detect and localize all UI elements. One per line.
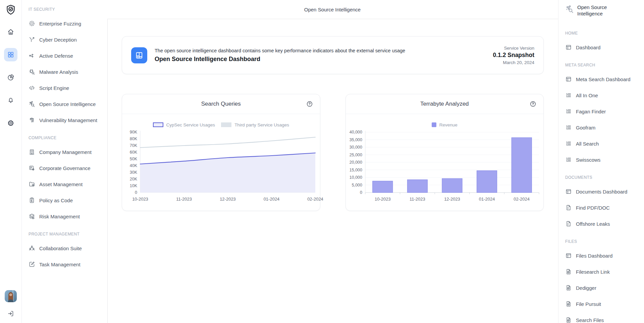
legend-item-cypsec-service-usages[interactable]: CypSec Service Usages [153, 122, 215, 127]
list-lines-icon [565, 156, 572, 163]
nav-item-malware-analysis[interactable]: Malware Analysis [29, 64, 104, 80]
section-home: HOMEDashboard [565, 31, 641, 55]
main-area: Open Source Intelligence The open source… [107, 0, 558, 323]
svg-text:60K: 60K [130, 150, 138, 155]
shield-check-logo-icon [4, 3, 17, 16]
nav-item-all-search[interactable]: All Search [565, 136, 641, 152]
nav-item-script-engine[interactable]: Script Engine [29, 80, 104, 96]
svg-text:01-2024: 01-2024 [479, 197, 495, 202]
sidebar-sections: HOMEDashboardMETA SEARCHMeta Search Dash… [565, 31, 641, 323]
section-documents: DOCUMENTSDocuments DashboardFind PDF/DOC… [565, 175, 641, 232]
svg-text:30,000: 30,000 [349, 145, 362, 150]
svg-text:0: 0 [135, 190, 137, 195]
nav-item-label: All Search [576, 141, 599, 147]
chart-title: Search Queries [201, 101, 241, 107]
network-search-icon [29, 101, 35, 107]
nav-item-documents-dashboard[interactable]: Documents Dashboard [565, 183, 641, 200]
context-sidebar: Open Source Intelligence HOMEDashboardME… [558, 0, 644, 323]
nav-item-collaboration-suite[interactable]: Collaboration Suite [29, 240, 104, 256]
nav-item-offshore-leaks[interactable]: Offshore Leaks [565, 216, 641, 232]
nav-item-risk-management[interactable]: Risk Management [29, 208, 104, 224]
layers-eye-icon [29, 213, 35, 220]
nav-item-dashboard[interactable]: Dashboard [565, 39, 641, 55]
flow-icon [29, 52, 35, 59]
section-files: FILESFiles DashboardFilesearch LinkDedig… [565, 239, 641, 323]
svg-text:20,000: 20,000 [349, 160, 362, 165]
legend-item-revenue[interactable]: Revenue [432, 122, 458, 127]
nav-item-cyber-deception[interactable]: Cyber Deception [29, 32, 104, 48]
info-card-description: The open source intelligence dashboard c… [155, 48, 405, 53]
nav-item-label: Collaboration Suite [39, 246, 82, 251]
nav-item-active-defense[interactable]: Active Defense [29, 48, 104, 64]
nav-item-swisscows[interactable]: Swisscows [565, 152, 641, 168]
legend-swatch [221, 122, 231, 127]
nav-item-vulnerability-management[interactable]: Vulnerability Management [29, 112, 104, 128]
nav-item-label: Swisscows [576, 157, 600, 163]
app-root: IT SECURITYEnterprise FuzzingCyber Decep… [0, 0, 644, 323]
nav-item-task-management[interactable]: Task Management [29, 256, 104, 272]
list-lines-icon [565, 140, 572, 147]
nav-item-all-in-one[interactable]: All In One [565, 87, 641, 103]
window-icon [565, 76, 572, 83]
svg-text:80K: 80K [130, 137, 138, 141]
nav-item-label: Risk Management [39, 214, 80, 219]
nav-item-enterprise-fuzzing[interactable]: Enterprise Fuzzing [29, 15, 104, 32]
nav-item-label: Corporate Governance [39, 165, 91, 171]
target-dashed-icon [29, 20, 35, 27]
bug-search-icon [29, 68, 35, 75]
nav-item-asset-management[interactable]: Asset Management [29, 176, 104, 192]
window-icon [565, 44, 572, 51]
nav-item-company-management[interactable]: Company Management [29, 144, 104, 160]
icon-rail [0, 0, 22, 323]
folder-box-icon [29, 181, 35, 187]
help-icon[interactable] [530, 101, 536, 107]
svg-text:02-2024: 02-2024 [307, 197, 323, 202]
legend-swatch [153, 122, 163, 127]
sidebar-title-label: Open Source Intelligence [577, 4, 618, 17]
analytics-rail-button[interactable] [4, 71, 17, 84]
nav-item-find-pdf-doc[interactable]: Find PDF/DOC [565, 200, 641, 216]
nav-item-fagan-finder[interactable]: Fagan Finder [565, 103, 641, 119]
user-avatar[interactable] [5, 290, 17, 302]
chart-title: Terrabyte Analyzed [420, 101, 469, 107]
nav-item-label: Script Engine [39, 85, 69, 91]
left-navigation: IT SECURITYEnterprise FuzzingCyber Decep… [22, 0, 107, 323]
window-icon [565, 252, 572, 259]
nav-item-corporate-governance[interactable]: Corporate Governance [29, 160, 104, 176]
nav-item-goofram[interactable]: Goofram [565, 119, 641, 136]
nav-item-file-pursuit[interactable]: File Pursuit [565, 296, 641, 312]
help-icon[interactable] [306, 101, 313, 107]
nav-item-files-dashboard[interactable]: Files Dashboard [565, 248, 641, 264]
settings-rail-button[interactable] [4, 116, 17, 130]
svg-text:12-2023: 12-2023 [220, 197, 236, 202]
logout-icon[interactable] [5, 308, 17, 320]
section-header: PROJECT MANAGEMENT [29, 232, 104, 237]
home-rail-button[interactable] [4, 25, 17, 39]
legend-item-third-party-service-usages[interactable]: Third party Service Usages [221, 122, 289, 127]
nav-item-policy-as-code[interactable]: Policy as Code [29, 192, 104, 208]
nav-item-meta-search-dashboard[interactable]: Meta Search Dashboard [565, 71, 641, 87]
nav-item-open-source-intelligence[interactable]: Open Source Intelligence [29, 96, 104, 112]
nav-item-dedigger[interactable]: Dedigger [565, 280, 641, 296]
nav-item-filesearch-link[interactable]: Filesearch Link [565, 264, 641, 280]
nav-item-label: Task Management [39, 262, 80, 267]
section-it-security: IT SECURITYEnterprise FuzzingCyber Decep… [29, 7, 104, 128]
code-icon [29, 85, 35, 91]
section-header: COMPLIANCE [29, 136, 104, 141]
notifications-rail-button[interactable] [4, 94, 17, 107]
dashboards-rail-button[interactable] [4, 48, 17, 61]
service-version-value: 0.1.2 Snapshot [493, 52, 534, 59]
svg-text:5,000: 5,000 [352, 183, 362, 187]
nav-item-label: Documents Dashboard [576, 189, 627, 195]
window-icon [565, 188, 572, 195]
nav-item-label: Malware Analysis [39, 69, 78, 75]
page-title: Open Source Intelligence [107, 0, 558, 19]
list-lines-icon [565, 108, 572, 115]
gear-icon [7, 119, 14, 127]
nav-item-label: Files Dashboard [576, 253, 612, 259]
chart-legend: CypSec Service UsagesThird party Service… [122, 122, 320, 127]
chart-card-header: Terrabyte Analyzed [346, 94, 544, 114]
svg-text:15,000: 15,000 [349, 168, 362, 172]
nav-item-search-files[interactable]: Search Files [565, 312, 641, 323]
svg-text:70K: 70K [130, 143, 138, 148]
